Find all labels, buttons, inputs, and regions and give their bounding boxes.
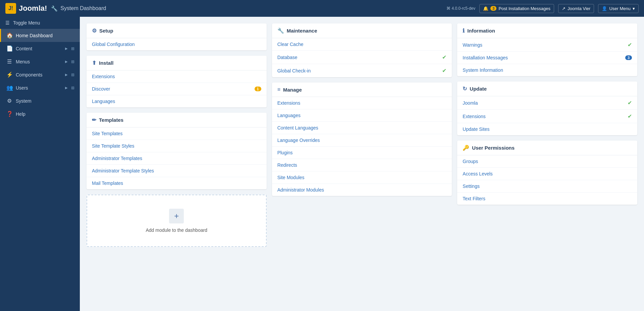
install-icon: ⬆ <box>92 60 96 66</box>
administrator-template-styles-link[interactable]: Administrator Template Styles <box>87 165 267 177</box>
install-title: Install <box>99 60 113 66</box>
information-title: Information <box>467 28 495 34</box>
extensions-update-link[interactable]: Extensions ✔ <box>457 110 637 123</box>
wrench-icon: 🔧 <box>51 5 58 12</box>
site-modules-link[interactable]: Site Modules <box>272 171 452 184</box>
sidebar-item-components[interactable]: ⚡ Components ▶ ⊞ <box>0 68 80 81</box>
maintenance-card-body: Clear Cache Database ✔ Global Check-in ✔ <box>272 38 452 77</box>
menus-grid-icon: ⊞ <box>71 59 74 64</box>
languages-install-link[interactable]: Languages <box>87 95 267 107</box>
components-icon: ⚡ <box>6 71 12 78</box>
extensions-manage-link[interactable]: Extensions <box>272 97 452 109</box>
joomla-update-link[interactable]: Joomla ✔ <box>457 96 637 110</box>
components-label: Components <box>16 72 62 77</box>
user-menu-button[interactable]: 👤 User Menu ▾ <box>598 4 639 13</box>
user-permissions-title: User Permissions <box>472 145 515 151</box>
templates-card-header: ✏ Templates <box>87 113 267 127</box>
manage-icon: ≡ <box>277 87 280 93</box>
maintenance-card: 🔧 Maintenance Clear Cache Database ✔ Glo… <box>272 23 452 77</box>
notification-badge: 3 <box>490 6 496 11</box>
column-1: ⚙ Setup Global Configuration ⬆ Install <box>87 23 267 247</box>
database-link[interactable]: Database ✔ <box>272 51 452 64</box>
home-icon: 🏠 <box>6 32 12 39</box>
clear-cache-link[interactable]: Clear Cache <box>272 38 452 51</box>
warnings-check-icon: ✔ <box>628 42 632 48</box>
sidebar-item-help[interactable]: ❓ Help <box>0 107 80 120</box>
templates-icon: ✏ <box>92 117 96 123</box>
joomla-logo[interactable]: J! Joomla! <box>5 3 47 14</box>
global-configuration-link[interactable]: Global Configuration <box>87 38 267 50</box>
version-label: ⌘ 4.0.0-rc5-dev <box>446 6 475 11</box>
app-body: ☰ Toggle Menu 🏠 Home Dashboard 📄 Content… <box>0 17 644 311</box>
database-check-icon: ✔ <box>442 54 446 60</box>
installation-messages-link[interactable]: Installation Messages 3 <box>457 52 637 64</box>
site-template-styles-link[interactable]: Site Template Styles <box>87 140 267 152</box>
system-information-link[interactable]: System Information <box>457 64 637 76</box>
warnings-link[interactable]: Warnings ✔ <box>457 38 637 52</box>
settings-link[interactable]: Settings <box>457 180 637 193</box>
text-filters-link[interactable]: Text Filters <box>457 193 637 205</box>
sidebar-item-home[interactable]: 🏠 Home Dashboard <box>0 29 80 42</box>
user-permissions-card-body: Groups Access Levels Settings Text Filte… <box>457 155 637 205</box>
access-levels-link[interactable]: Access Levels <box>457 168 637 180</box>
update-card-header: ↻ Update <box>457 82 637 96</box>
system-dashboard-title: System Dashboard <box>60 5 106 11</box>
add-module-card[interactable]: + Add module to the dashboard <box>87 195 267 247</box>
sidebar-item-users[interactable]: 👥 Users ▶ ⊞ <box>0 81 80 94</box>
maintenance-icon: 🔧 <box>277 28 284 34</box>
information-card-body: Warnings ✔ Installation Messages 3 Syste… <box>457 38 637 76</box>
plugins-link[interactable]: Plugins <box>272 147 452 159</box>
topbar-right: ⌘ 4.0.0-rc5-dev 🔔 3 Post Installation Me… <box>446 4 639 13</box>
page-title-bar: 🔧 System Dashboard <box>51 5 442 12</box>
manage-card-body: Extensions Languages Content Languages L… <box>272 97 452 196</box>
joomla-logo-text: Joomla! <box>19 4 47 13</box>
site-templates-link[interactable]: Site Templates <box>87 127 267 140</box>
administrator-templates-link[interactable]: Administrator Templates <box>87 152 267 165</box>
discover-link[interactable]: Discover 1 <box>87 83 267 95</box>
content-icon: 📄 <box>6 45 12 52</box>
templates-card-body: Site Templates Site Template Styles Admi… <box>87 127 267 189</box>
hamburger-icon: ☰ <box>5 20 10 25</box>
templates-card: ✏ Templates Site Templates Site Template… <box>87 113 267 189</box>
users-arrow-icon: ▶ <box>65 86 68 90</box>
home-label: Home Dashboard <box>16 33 74 38</box>
chevron-down-icon: ▾ <box>633 6 635 11</box>
system-icon: ⚙ <box>6 98 12 104</box>
add-module-icon: + <box>169 209 184 223</box>
administrator-modules-link[interactable]: Administrator Modules <box>272 184 452 196</box>
user-permissions-icon: 🔑 <box>463 145 469 151</box>
menus-icon: ☰ <box>6 58 12 65</box>
sidebar-item-system[interactable]: ⚙ System <box>0 94 80 107</box>
manage-title: Manage <box>283 87 302 93</box>
mail-templates-link[interactable]: Mail Templates <box>87 177 267 189</box>
menus-arrow-icon: ▶ <box>65 60 68 63</box>
global-check-in-link[interactable]: Global Check-in ✔ <box>272 64 452 77</box>
update-title: Update <box>470 86 487 92</box>
manage-card: ≡ Manage Extensions Languages Content La… <box>272 83 452 196</box>
sidebar-item-content[interactable]: 📄 Content ▶ ⊞ <box>0 42 80 55</box>
setup-icon: ⚙ <box>92 28 97 34</box>
sidebar-item-menus[interactable]: ☰ Menus ▶ ⊞ <box>0 55 80 68</box>
groups-link[interactable]: Groups <box>457 155 637 168</box>
extensions-install-link[interactable]: Extensions <box>87 70 267 83</box>
discover-badge: 1 <box>255 87 261 91</box>
setup-card: ⚙ Setup Global Configuration <box>87 23 267 50</box>
redirects-link[interactable]: Redirects <box>272 159 452 171</box>
help-icon: ❓ <box>6 111 12 117</box>
joomla-vier-button[interactable]: ↗ Joomla Vier <box>558 4 594 13</box>
maintenance-card-header: 🔧 Maintenance <box>272 23 452 38</box>
update-sites-link[interactable]: Update Sites <box>457 123 637 135</box>
language-overrides-link[interactable]: Language Overrides <box>272 134 452 147</box>
update-icon: ↻ <box>463 86 467 92</box>
content-languages-link[interactable]: Content Languages <box>272 122 452 134</box>
languages-manage-link[interactable]: Languages <box>272 109 452 122</box>
templates-title: Templates <box>99 117 123 123</box>
content-grid-icon: ⊞ <box>71 46 74 51</box>
help-label: Help <box>16 111 74 117</box>
manage-card-header: ≡ Manage <box>272 83 452 97</box>
toggle-menu-item[interactable]: ☰ Toggle Menu <box>0 17 80 29</box>
post-install-messages-button[interactable]: 🔔 3 Post Installation Messages <box>479 4 554 13</box>
user-icon: 👤 <box>602 6 607 11</box>
information-icon: ℹ <box>463 28 465 34</box>
column-3: ℹ Information Warnings ✔ Installation Me… <box>457 23 637 210</box>
